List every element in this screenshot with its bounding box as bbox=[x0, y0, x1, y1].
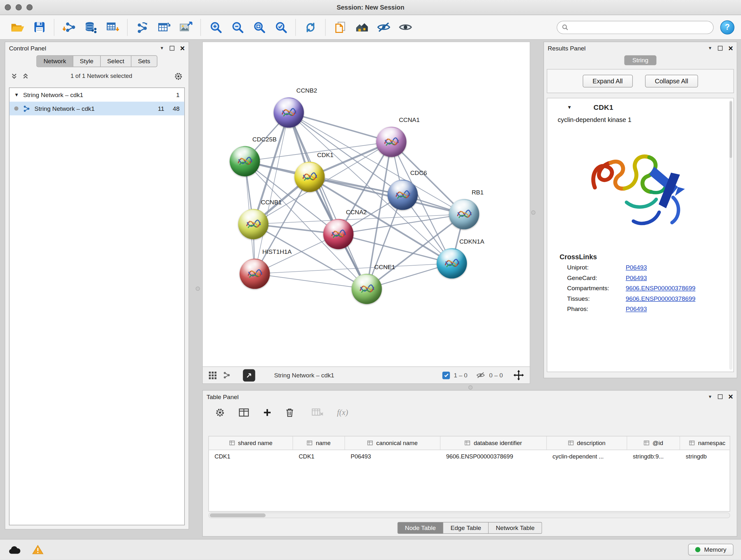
network-row[interactable]: String Network – cdk1 11 48 bbox=[10, 102, 185, 115]
selected-checkbox-icon[interactable] bbox=[442, 371, 450, 379]
window-close-button[interactable] bbox=[5, 4, 11, 10]
network-edge-HIST1H1A-CCNE1[interactable] bbox=[255, 273, 367, 289]
grid-view-icon[interactable] bbox=[208, 371, 217, 380]
warning-icon[interactable] bbox=[32, 545, 44, 555]
column-header-shared-name[interactable]: shared name bbox=[209, 436, 293, 449]
network-edge-CCNA2-CDKN1A[interactable] bbox=[338, 234, 452, 263]
tab-select[interactable]: Select bbox=[100, 56, 131, 67]
tab-string[interactable]: String bbox=[624, 55, 657, 65]
crosslink-link[interactable]: P06493 bbox=[626, 264, 647, 271]
entry-expander-icon[interactable]: ▼ bbox=[567, 105, 572, 110]
delete-column-trash-icon[interactable] bbox=[285, 408, 294, 418]
expand-all-icon[interactable] bbox=[22, 73, 29, 79]
import-table-button[interactable] bbox=[103, 17, 122, 37]
splitter-handle[interactable] bbox=[196, 287, 200, 291]
network-node-CCNA1[interactable] bbox=[376, 127, 407, 157]
panel-float-icon[interactable] bbox=[718, 394, 723, 399]
hide-selected-button[interactable] bbox=[374, 17, 393, 37]
network-node-CDC6[interactable] bbox=[387, 180, 418, 210]
window-minimize-button[interactable] bbox=[16, 4, 22, 10]
network-node-CCNB2[interactable] bbox=[273, 98, 304, 128]
table-panel-tabs: Node TableEdge TableNetwork Table bbox=[203, 522, 737, 534]
table-settings-gear-icon[interactable] bbox=[215, 408, 225, 418]
network-edge-CCNB2-CCNE1[interactable] bbox=[289, 112, 367, 289]
zoom-in-button[interactable] bbox=[206, 17, 225, 37]
table-row[interactable]: CDK1CDK1P064939606.ENSP00000378699cyclin… bbox=[209, 450, 730, 463]
open-session-button[interactable] bbox=[8, 17, 27, 37]
network-node-CCNA2[interactable] bbox=[323, 219, 354, 249]
splitter-handle[interactable] bbox=[468, 385, 473, 389]
panel-float-icon[interactable] bbox=[170, 46, 175, 51]
save-session-button[interactable] bbox=[30, 17, 49, 37]
cloud-icon[interactable] bbox=[8, 544, 22, 555]
column-header-namespac[interactable]: namespac bbox=[680, 436, 730, 449]
add-column-plus-icon[interactable] bbox=[263, 408, 272, 417]
tab-node-table[interactable]: Node Table bbox=[397, 522, 443, 534]
tree-expander-icon[interactable]: ▼ bbox=[14, 92, 19, 98]
home-button[interactable] bbox=[353, 17, 372, 37]
panel-menu-icon[interactable]: ▼ bbox=[708, 46, 712, 51]
network-node-CCNB1[interactable] bbox=[238, 209, 268, 240]
move-crosshair-icon[interactable] bbox=[513, 370, 524, 381]
new-network-button[interactable] bbox=[133, 17, 151, 37]
crosslink-link[interactable]: P06493 bbox=[626, 274, 647, 281]
collapse-all-button[interactable]: Collapse All bbox=[645, 75, 698, 87]
scrollbar-thumb[interactable] bbox=[210, 513, 266, 517]
panel-float-icon[interactable] bbox=[718, 46, 723, 51]
zoom-selected-button[interactable] bbox=[271, 17, 290, 37]
results-scrollbar[interactable] bbox=[729, 100, 732, 370]
crosslink-link[interactable]: P06493 bbox=[626, 306, 647, 313]
network-node-HIST1H1A[interactable] bbox=[240, 259, 270, 289]
search-input[interactable] bbox=[571, 23, 708, 31]
panel-close-icon[interactable]: × bbox=[180, 44, 185, 52]
table-horizontal-scrollbar[interactable] bbox=[208, 512, 730, 518]
crosslink-link[interactable]: 9606.ENSP00000378699 bbox=[626, 295, 695, 302]
search-box[interactable] bbox=[557, 20, 714, 34]
help-button[interactable]: ? bbox=[720, 20, 734, 34]
tab-sets[interactable]: Sets bbox=[131, 56, 157, 67]
column-header-database-identifier[interactable]: database identifier bbox=[441, 436, 547, 449]
import-network-database-button[interactable] bbox=[81, 17, 100, 37]
memory-button[interactable]: Memory bbox=[688, 544, 733, 556]
column-header-name[interactable]: name bbox=[293, 436, 345, 449]
collapse-all-icon[interactable] bbox=[11, 73, 17, 79]
tab-style[interactable]: Style bbox=[73, 56, 100, 67]
expand-all-button[interactable]: Expand All bbox=[583, 75, 633, 87]
window-zoom-button[interactable] bbox=[26, 4, 32, 10]
network-canvas[interactable]: CCNB2CCNA1CDC25BCDK1CDC6RB1CCNB1CCNA2CDK… bbox=[203, 42, 530, 367]
refresh-button[interactable] bbox=[301, 17, 320, 37]
import-network-file-button[interactable] bbox=[60, 17, 78, 37]
column-header--id[interactable]: @id bbox=[627, 436, 680, 449]
export-image-button[interactable] bbox=[176, 17, 195, 37]
network-node-CDKN1A[interactable] bbox=[436, 248, 467, 278]
tab-network-table[interactable]: Network Table bbox=[488, 522, 542, 534]
show-columns-icon[interactable] bbox=[238, 408, 250, 418]
zoom-out-button[interactable] bbox=[228, 17, 247, 37]
network-glyph-icon[interactable] bbox=[223, 371, 231, 379]
copy-document-button[interactable] bbox=[331, 17, 350, 37]
table-toolbar: f(x) bbox=[203, 403, 737, 420]
panel-close-icon[interactable]: × bbox=[728, 44, 733, 52]
network-edge-CDK1-RB1[interactable] bbox=[310, 177, 464, 214]
network-node-CDC25B[interactable] bbox=[230, 146, 260, 177]
node-label-CCNE1: CCNE1 bbox=[374, 263, 395, 270]
panel-menu-icon[interactable]: ▼ bbox=[160, 46, 164, 51]
network-node-CDK1[interactable] bbox=[294, 162, 325, 192]
node-label-CCNA1: CCNA1 bbox=[399, 116, 420, 123]
network-collection-row[interactable]: ▼ String Network – cdk1 1 bbox=[10, 88, 185, 102]
tab-network[interactable]: Network bbox=[37, 56, 73, 67]
zoom-fit-button[interactable] bbox=[250, 17, 268, 37]
splitter-handle[interactable] bbox=[531, 210, 536, 214]
panel-menu-icon[interactable]: ▼ bbox=[708, 394, 712, 399]
network-node-CCNE1[interactable] bbox=[352, 273, 382, 304]
network-node-RB1[interactable] bbox=[449, 199, 479, 229]
panel-close-icon[interactable]: × bbox=[728, 393, 733, 401]
crosslink-link[interactable]: 9606.ENSP00000378699 bbox=[626, 285, 695, 292]
new-table-button[interactable] bbox=[154, 17, 173, 37]
show-all-button[interactable] bbox=[396, 17, 415, 37]
gear-icon[interactable] bbox=[174, 71, 183, 80]
column-header-description[interactable]: description bbox=[547, 436, 627, 449]
open-in-new-icon[interactable] bbox=[243, 369, 255, 381]
column-header-canonical-name[interactable]: canonical name bbox=[345, 436, 441, 449]
tab-edge-table[interactable]: Edge Table bbox=[444, 522, 489, 534]
